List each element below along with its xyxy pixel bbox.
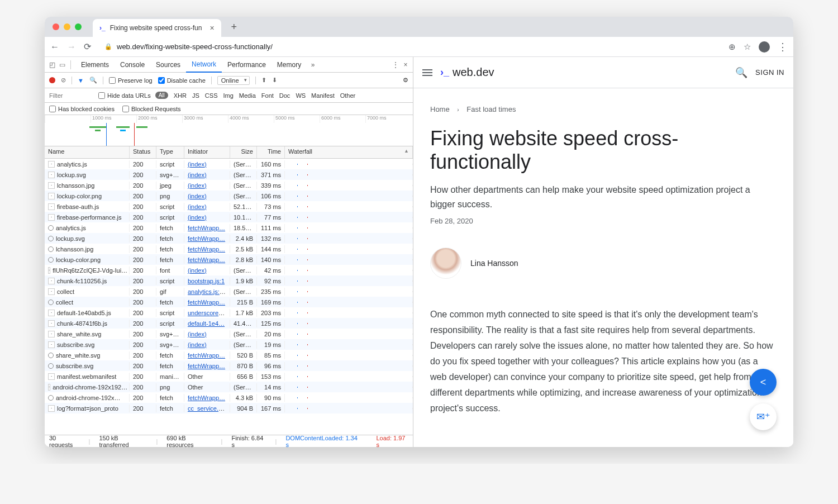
breadcrumb-section[interactable]: Fast load times <box>466 105 516 113</box>
network-row[interactable]: analytics.js200fetchfetchWrapp…18.5 kB11… <box>45 222 413 233</box>
signin-button[interactable]: SIGN IN <box>755 68 784 77</box>
article: Home › Fast load times Fixing website sp… <box>413 88 793 433</box>
network-row[interactable]: lockup.svg200fetchfetchWrapp…2.4 kB132 m… <box>45 233 413 244</box>
new-tab-button[interactable]: + <box>231 21 237 33</box>
network-row[interactable]: ·default-1e40abd5.js200scriptunderscore-… <box>45 307 413 318</box>
profile-icon[interactable] <box>759 41 770 53</box>
network-row[interactable]: ·android-chrome-192x192…200pngOther(Serv… <box>45 382 413 392</box>
filter-type-doc[interactable]: Doc <box>279 92 291 99</box>
download-har-icon[interactable]: ⬇ <box>272 77 277 84</box>
col-name[interactable]: Name <box>45 146 130 158</box>
network-row[interactable]: lockup-color.png200fetchfetchWrapp…2.8 k… <box>45 254 413 265</box>
col-type[interactable]: Type <box>156 146 184 158</box>
breadcrumb: Home › Fast load times <box>430 105 777 113</box>
inspect-icon[interactable]: ◰ <box>48 61 56 69</box>
devtools-tab-performance[interactable]: Performance <box>222 57 272 73</box>
filter-type-img[interactable]: Img <box>223 92 233 99</box>
filter-type-manifest[interactable]: Manifest <box>311 92 335 99</box>
back-button[interactable]: ← <box>50 42 59 52</box>
col-status[interactable]: Status <box>130 146 156 158</box>
record-button[interactable] <box>49 77 55 83</box>
devtools-close-icon[interactable]: × <box>402 61 410 69</box>
menu-icon[interactable] <box>778 41 788 53</box>
network-row[interactable]: subscribe.svg200fetchfetchWrapp…870 B96 … <box>45 360 413 371</box>
tab-close-icon[interactable]: × <box>210 23 214 32</box>
filter-type-xhr[interactable]: XHR <box>174 92 187 99</box>
author-avatar[interactable] <box>430 248 461 279</box>
network-row[interactable]: ·firebase-performance.js200script(index)… <box>45 212 413 222</box>
network-row[interactable]: ·log?format=json_proto200fetchcc_service… <box>45 403 413 413</box>
devtools-tab-memory[interactable]: Memory <box>272 57 307 73</box>
clear-button[interactable]: ⊘ <box>61 77 66 84</box>
bookmark-icon[interactable]: ☆ <box>744 42 751 52</box>
throttle-select[interactable]: Online <box>217 76 250 85</box>
filter-type-media[interactable]: Media <box>239 92 256 99</box>
tab-title: Fixing website speed cross-fun <box>110 24 202 32</box>
col-waterfall[interactable]: Waterfall ▲ <box>285 146 413 158</box>
brand[interactable]: ›_ web.dev <box>440 66 494 79</box>
timeline-overview[interactable]: 1000 ms2000 ms3000 ms4000 ms5000 ms6000 … <box>45 115 413 146</box>
col-size[interactable]: Size <box>230 146 257 158</box>
devtools-menu-icon[interactable]: ⋮ <box>392 61 399 69</box>
settings-icon[interactable]: ⚙ <box>403 77 408 84</box>
install-icon[interactable]: ⊕ <box>729 42 736 52</box>
subscribe-fab[interactable]: ✉⁺ <box>750 403 777 430</box>
filter-type-all[interactable]: All <box>155 92 168 99</box>
network-row[interactable]: ·manifest.webmanifest200manif…Other656 B… <box>45 371 413 382</box>
share-icon: < <box>760 377 766 388</box>
network-row[interactable]: ·chunk-fc110256.js200scriptbootstrap.js:… <box>45 275 413 286</box>
network-row[interactable]: ·chunk-48741f6b.js200scriptdefault-1e4…4… <box>45 318 413 329</box>
browser-tab[interactable]: ›_ Fixing website speed cross-fun × <box>93 19 221 37</box>
network-row[interactable]: ·analytics.js200script(index)(Servi…160 … <box>45 159 413 169</box>
filter-type-ws[interactable]: WS <box>296 92 306 99</box>
file-icon: · <box>48 278 55 284</box>
device-icon[interactable]: ▭ <box>58 61 66 69</box>
breadcrumb-home[interactable]: Home <box>430 105 450 113</box>
network-row[interactable]: ·share_white.svg200svg+…(index)(Servi…20… <box>45 329 413 339</box>
network-row[interactable]: ·subscribe.svg200svg+…(index)(Servi…19 m… <box>45 339 413 350</box>
filter-type-css[interactable]: CSS <box>205 92 218 99</box>
hide-data-urls-checkbox[interactable]: Hide data URLs <box>98 92 151 99</box>
maximize-window-icon[interactable] <box>75 23 82 30</box>
devtools-tab-network[interactable]: Network <box>186 57 222 73</box>
filter-icon[interactable]: ▼ <box>78 77 84 84</box>
more-tabs-icon[interactable]: » <box>309 61 317 69</box>
network-row[interactable]: lchansson.jpg200fetchfetchWrapp…2.5 kB14… <box>45 244 413 254</box>
search-icon[interactable]: 🔍 <box>735 66 747 79</box>
network-row[interactable]: ·flUhRq6tzZclQEJ-Vdg-Iui…200font(index)(… <box>45 265 413 275</box>
file-icon <box>48 236 54 241</box>
upload-har-icon[interactable]: ⬆ <box>261 77 266 84</box>
close-window-icon[interactable] <box>53 23 59 30</box>
network-row[interactable]: ·lchansson.jpg200jpeg(index)(Servi…339 m… <box>45 180 413 191</box>
network-row[interactable]: share_white.svg200fetchfetchWrapp…520 B8… <box>45 350 413 360</box>
devtools-tab-elements[interactable]: Elements <box>75 57 115 73</box>
network-row[interactable]: collect200fetchfetchWrapp…215 B169 ms <box>45 297 413 307</box>
network-row[interactable]: ·lockup-color.png200png(index)(Servi…106… <box>45 191 413 201</box>
address-bar[interactable]: 🔒 web.dev/fixing-website-speed-cross-fun… <box>99 42 721 51</box>
devtools-tabs: ◰ ▭ ElementsConsoleSourcesNetworkPerform… <box>45 57 413 73</box>
col-initiator[interactable]: Initiator <box>184 146 230 158</box>
disable-cache-checkbox[interactable]: Disable cache <box>158 77 206 84</box>
search-icon[interactable]: 🔍 <box>89 77 97 84</box>
devtools-tab-sources[interactable]: Sources <box>150 57 186 73</box>
share-fab[interactable]: < <box>750 369 777 396</box>
network-row[interactable]: ·firebase-auth.js200script(index)52.1 kB… <box>45 201 413 212</box>
col-time[interactable]: Time <box>257 146 285 158</box>
network-row[interactable]: ·collect200gifanalytics.js:36(Servi…235 … <box>45 286 413 297</box>
preserve-log-checkbox[interactable]: Preserve log <box>109 77 153 84</box>
devtools-tab-console[interactable]: Console <box>115 57 150 73</box>
forward-button[interactable]: → <box>67 42 76 52</box>
blocked-requests-checkbox[interactable]: Blocked Requests <box>122 106 181 112</box>
author-name[interactable]: Lina Hansson <box>470 259 518 268</box>
network-row[interactable]: ·lockup.svg200svg+…(index)(Servi…371 ms <box>45 169 413 180</box>
hamburger-icon[interactable] <box>422 69 432 76</box>
filter-input[interactable] <box>49 92 94 99</box>
brand-text: web.dev <box>453 66 494 79</box>
filter-type-js[interactable]: JS <box>192 92 199 99</box>
network-row[interactable]: android-chrome-192x…200fetchfetchWrapp…4… <box>45 392 413 403</box>
has-blocked-cookies-checkbox[interactable]: Has blocked cookies <box>49 106 115 112</box>
minimize-window-icon[interactable] <box>64 23 70 30</box>
filter-type-font[interactable]: Font <box>261 92 274 99</box>
reload-button[interactable]: ⟳ <box>84 41 91 52</box>
filter-type-other[interactable]: Other <box>340 92 356 99</box>
